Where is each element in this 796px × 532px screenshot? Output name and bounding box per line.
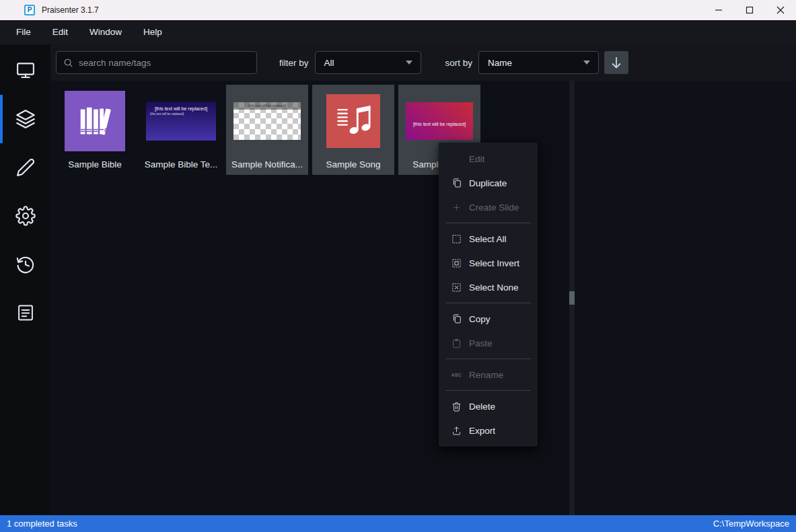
library-item-sample-song[interactable]: Sample Song — [312, 85, 394, 175]
menu-item-select-invert[interactable]: Select Invert — [439, 251, 538, 275]
menu-item-label: Select Invert — [469, 258, 519, 268]
menu-item-label: Export — [469, 426, 495, 436]
export-icon — [451, 426, 462, 436]
status-bar: 1 completed tasks C:\TempWorkspace — [0, 515, 796, 532]
menu-file[interactable]: File — [5, 20, 42, 44]
menu-separator — [445, 303, 531, 303]
sidebar-item-present[interactable] — [0, 46, 50, 95]
gear-icon — [15, 206, 36, 226]
workspace-path: C:\TempWorkspace — [713, 519, 789, 529]
arrow-down-icon — [610, 56, 622, 69]
sort-dropdown[interactable]: Name — [478, 51, 599, 74]
select-all-icon — [451, 234, 462, 244]
chevron-down-icon — [583, 61, 590, 65]
rename-icon: ABC — [451, 373, 462, 377]
thumbnail-placeholder-text: [this text will be replaced] — [150, 112, 216, 116]
select-invert-icon — [451, 258, 462, 268]
sidebar-item-library[interactable] — [0, 95, 50, 143]
monitor-icon — [15, 61, 36, 81]
library-item-label: Sample Notifica... — [231, 157, 303, 175]
filter-by-label: filter by — [279, 58, 309, 68]
copy-icon — [451, 313, 462, 324]
menu-bar: File Edit Window Help — [0, 20, 796, 44]
history-icon — [15, 254, 36, 274]
pencil-icon — [15, 157, 36, 178]
menu-separator — [445, 358, 531, 359]
menu-item-duplicate[interactable]: Duplicate — [439, 171, 538, 195]
sort-direction-button[interactable] — [604, 51, 628, 74]
completed-tasks-status: 1 completed tasks — [7, 519, 77, 529]
library-item-sample-notification[interactable]: [this text will be replaced] Sample Noti… — [226, 85, 308, 175]
menu-item-edit: Edit — [439, 147, 538, 171]
menu-item-label: Paste — [469, 338, 493, 348]
search-input[interactable] — [79, 58, 240, 68]
menu-item-label: Select All — [469, 234, 507, 244]
filter-value: All — [324, 58, 334, 68]
sidebar-item-editor[interactable] — [0, 143, 50, 192]
menu-item-label: Rename — [469, 370, 503, 380]
menu-help[interactable]: Help — [133, 20, 173, 44]
plus-icon — [451, 203, 462, 212]
menu-item-label: Edit — [469, 154, 484, 164]
right-pane — [575, 81, 796, 515]
menu-item-create-slide: Create Slide — [439, 195, 538, 219]
paste-icon — [451, 338, 462, 348]
bible-text-thumbnail: [this text will be replaced] [this text … — [146, 102, 216, 141]
close-button[interactable] — [765, 0, 796, 20]
menu-item-label: Copy — [469, 314, 491, 324]
thumbnail-placeholder-text: [this text will be replaced] — [146, 106, 216, 111]
window-controls — [703, 0, 796, 20]
vertical-scrollbar[interactable] — [569, 81, 575, 515]
sidebar-item-history[interactable] — [0, 240, 50, 289]
menu-item-paste: Paste — [439, 331, 538, 355]
thumbnail-placeholder-text: [this text will be replaced] — [413, 122, 466, 126]
thumbnail-placeholder-text: [this text will be replaced] — [233, 102, 301, 110]
song-thumbnail — [326, 94, 380, 148]
music-note-icon — [333, 101, 373, 141]
menu-item-select-none[interactable]: Select None — [439, 275, 538, 299]
sidebar-item-settings[interactable] — [0, 192, 50, 240]
menu-item-export[interactable]: Export — [439, 418, 538, 443]
library-item-label: Sample Bible — [68, 157, 122, 175]
toolbar: filter by All sort by Name — [50, 44, 796, 81]
menu-item-label: Create Slide — [469, 202, 519, 213]
maximize-button[interactable] — [734, 0, 765, 20]
duplicate-icon — [451, 178, 462, 188]
search-icon — [63, 58, 73, 68]
sidebar — [0, 44, 50, 515]
library-item-sample-bible[interactable]: Sample Bible — [54, 85, 136, 175]
window-title: Praisenter 3.1.7 — [42, 5, 99, 15]
sidebar-item-tasks[interactable] — [0, 289, 50, 337]
menu-item-delete[interactable]: Delete — [439, 394, 538, 418]
app-icon: P — [24, 5, 35, 15]
bible-thumbnail — [65, 91, 125, 151]
scrollbar-thumb[interactable] — [569, 291, 575, 305]
slide-thumbnail: [this text will be replaced] — [406, 102, 473, 140]
menu-item-copy[interactable]: Copy — [439, 307, 538, 331]
search-box[interactable] — [56, 51, 257, 74]
document-icon — [16, 303, 35, 322]
menu-item-label: Select None — [469, 282, 519, 293]
minimize-button[interactable] — [703, 0, 734, 20]
titlebar: P Praisenter 3.1.7 — [0, 0, 796, 20]
sort-by-label: sort by — [445, 58, 473, 68]
library-item-sample-bible-text[interactable]: [this text will be replaced] [this text … — [140, 85, 222, 175]
menu-item-label: Delete — [469, 402, 495, 412]
menu-item-rename: ABC Rename — [439, 363, 538, 387]
menu-edit[interactable]: Edit — [42, 20, 79, 44]
menu-item-select-all[interactable]: Select All — [439, 227, 538, 251]
context-menu: Edit Duplicate Create Slide Select All S… — [439, 143, 538, 447]
menu-window[interactable]: Window — [79, 20, 133, 44]
library-item-label: Sample Bible Te... — [145, 157, 218, 175]
chevron-down-icon — [406, 61, 412, 65]
menu-separator — [445, 390, 531, 391]
menu-item-label: Duplicate — [469, 178, 507, 188]
menu-separator — [445, 223, 531, 223]
library-item-label: Sample Song — [326, 157, 380, 175]
layers-icon — [15, 108, 36, 130]
filter-dropdown[interactable]: All — [315, 51, 421, 74]
trash-icon — [451, 402, 462, 412]
books-icon — [74, 100, 116, 142]
select-none-icon — [451, 282, 462, 293]
sort-value: Name — [488, 58, 512, 68]
